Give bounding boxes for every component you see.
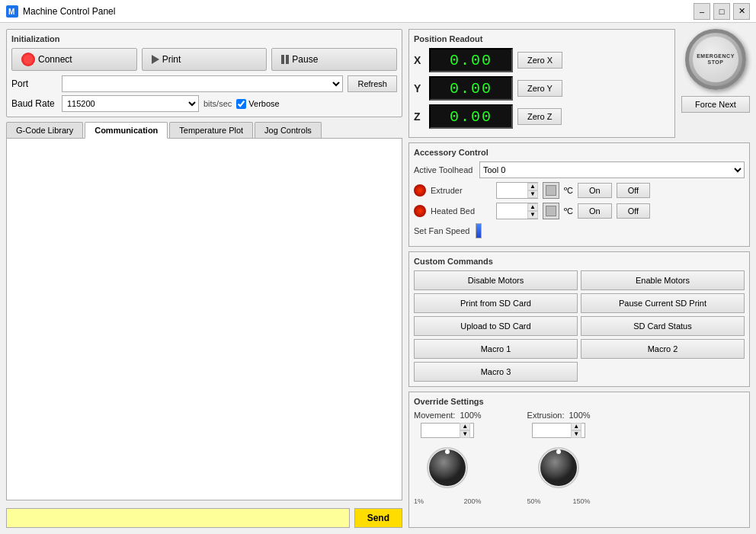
- verbose-label[interactable]: Verbose: [236, 99, 279, 109]
- zero-y-button[interactable]: Zero Y: [517, 80, 562, 97]
- communication-textarea[interactable]: [7, 139, 402, 436]
- accessory-title: Accessory Control: [414, 148, 745, 157]
- port-select[interactable]: [62, 75, 343, 92]
- extrusion-up[interactable]: ▲: [571, 423, 581, 430]
- macro-2-button[interactable]: Macro 2: [581, 339, 745, 359]
- svg-point-4: [445, 449, 450, 454]
- extruder-temp-up[interactable]: ▲: [527, 183, 538, 190]
- extrusion-max-label: 150%: [573, 497, 591, 505]
- baud-unit: bits/sec: [203, 99, 232, 108]
- init-title: Initialization: [11, 34, 397, 43]
- pause-icon: [281, 55, 289, 64]
- initialization-section: Initialization Connect Print Pause: [6, 29, 402, 117]
- estop-text-line1: EMERGENCY: [697, 53, 735, 59]
- print-from-sd-button[interactable]: Print from SD Card: [414, 293, 578, 313]
- toolhead-select[interactable]: Tool 0 Tool 1: [479, 161, 745, 178]
- right-panel: Position Readout X 0.00 Zero X Y 0.00 Ze…: [408, 29, 750, 528]
- tab-communication[interactable]: Communication: [85, 122, 168, 139]
- zero-z-button[interactable]: Zero Z: [517, 108, 562, 125]
- close-button[interactable]: ✕: [733, 3, 750, 20]
- emergency-stop-button[interactable]: EMERGENCY STOP: [685, 29, 746, 90]
- app-icon: M: [6, 5, 18, 18]
- heated-bed-off-button[interactable]: Off: [617, 203, 650, 219]
- extruder-temp-down[interactable]: ▼: [527, 190, 538, 198]
- movement-input[interactable]: 100: [421, 426, 460, 435]
- pause-sd-print-button[interactable]: Pause Current SD Print: [581, 293, 745, 313]
- heated-bed-target-display: [543, 203, 559, 219]
- macro-1-button[interactable]: Macro 1: [414, 339, 578, 359]
- svg-point-3: [429, 449, 466, 486]
- extruder-temp-input[interactable]: 190: [498, 186, 527, 195]
- heated-bed-temp-input[interactable]: 60: [498, 206, 527, 216]
- window-title: Machine Control Panel: [23, 6, 694, 17]
- maximize-button[interactable]: □: [713, 3, 730, 20]
- force-next-button[interactable]: Force Next: [681, 96, 750, 113]
- custom-commands-grid: Disable Motors Enable Motors Print from …: [414, 270, 745, 382]
- zero-x-button[interactable]: Zero X: [517, 52, 562, 69]
- custom-commands-section: Custom Commands Disable Motors Enable Mo…: [408, 251, 750, 387]
- position-title: Position Readout: [414, 34, 670, 43]
- extruder-unit: ºC: [564, 186, 573, 195]
- sd-card-status-button[interactable]: SD Card Status: [581, 316, 745, 336]
- baud-select[interactable]: 115200: [62, 95, 199, 112]
- extruder-temp-arrows[interactable]: ▲ ▼: [527, 183, 538, 198]
- movement-knob-labels: 1% 200%: [414, 497, 482, 505]
- init-buttons: Connect Print Pause: [11, 48, 397, 71]
- minimize-button[interactable]: –: [694, 3, 710, 20]
- tab-jog-controls[interactable]: Jog Controls: [255, 122, 322, 138]
- tab-gcode-library[interactable]: G-Code Library: [6, 122, 83, 138]
- y-position-display: 0.00: [429, 76, 513, 101]
- movement-up[interactable]: ▲: [460, 423, 470, 430]
- x-position-display: 0.00: [429, 48, 513, 72]
- tabs: G-Code Library Communication Temperature…: [6, 122, 402, 139]
- enable-motors-button[interactable]: Enable Motors: [581, 270, 745, 290]
- disable-motors-button[interactable]: Disable Motors: [414, 270, 578, 290]
- tab-body: [6, 139, 402, 500]
- movement-override-group: Movement: 100% 100 ▲ ▼: [414, 411, 482, 505]
- port-label: Port: [11, 78, 57, 89]
- extrusion-input[interactable]: 100: [533, 426, 571, 435]
- extrusion-arrows[interactable]: ▲ ▼: [571, 423, 581, 438]
- heated-bed-temp-down[interactable]: ▼: [527, 211, 538, 219]
- send-button[interactable]: Send: [354, 508, 402, 528]
- print-button[interactable]: Print: [142, 48, 267, 71]
- extrusion-knob-ticks: [532, 441, 585, 494]
- extruder-on-button[interactable]: On: [578, 183, 612, 198]
- extruder-temp-spinbox[interactable]: 190 ▲ ▼: [496, 182, 538, 199]
- extruder-off-button[interactable]: Off: [617, 183, 650, 198]
- upload-sd-button[interactable]: Upload to SD Card: [414, 316, 578, 336]
- heated-bed-arrows[interactable]: ▲ ▼: [527, 203, 538, 219]
- movement-spinbox[interactable]: 100 ▲ ▼: [421, 423, 474, 438]
- extruder-target-inner: [546, 185, 556, 196]
- fan-label: Set Fan Speed: [414, 226, 469, 235]
- connect-button[interactable]: Connect: [11, 48, 137, 71]
- verbose-checkbox[interactable]: [236, 99, 246, 109]
- heated-bed-temp-up[interactable]: ▲: [527, 203, 538, 211]
- extruder-label: Extruder: [431, 186, 492, 195]
- extrusion-spinbox[interactable]: 100 ▲ ▼: [532, 423, 585, 438]
- extrusion-header: Extrusion: 100%: [527, 411, 591, 420]
- movement-knob-ticks: [421, 441, 474, 494]
- y-axis-label: Y: [414, 82, 424, 94]
- emergency-stop-area: EMERGENCY STOP Force Next: [681, 29, 750, 113]
- heated-bed-row: Heated Bed 60 ▲ ▼ ºC On Off: [414, 203, 745, 219]
- toolhead-label: Active Toolhead: [414, 165, 475, 174]
- refresh-button[interactable]: Refresh: [348, 75, 397, 92]
- play-icon: [152, 55, 159, 64]
- heated-bed-spinbox[interactable]: 60 ▲ ▼: [496, 203, 538, 219]
- custom-commands-title: Custom Commands: [414, 257, 745, 266]
- svg-point-7: [556, 449, 561, 454]
- send-input[interactable]: [6, 508, 350, 528]
- extrusion-down[interactable]: ▼: [571, 430, 581, 438]
- macro-3-button[interactable]: Macro 3: [414, 362, 578, 382]
- baud-label: Baud Rate: [11, 98, 57, 109]
- pause-button[interactable]: Pause: [271, 48, 397, 71]
- extrusion-min-label: 50%: [527, 497, 541, 505]
- movement-arrows[interactable]: ▲ ▼: [460, 423, 470, 438]
- fan-row: Set Fan Speed: [414, 223, 745, 238]
- extrusion-label: Extrusion:: [527, 411, 565, 420]
- fan-slider[interactable]: [476, 223, 482, 238]
- heated-bed-on-button[interactable]: On: [578, 203, 612, 219]
- movement-down[interactable]: ▼: [460, 430, 470, 438]
- tab-temperature-plot[interactable]: Temperature Plot: [169, 122, 253, 138]
